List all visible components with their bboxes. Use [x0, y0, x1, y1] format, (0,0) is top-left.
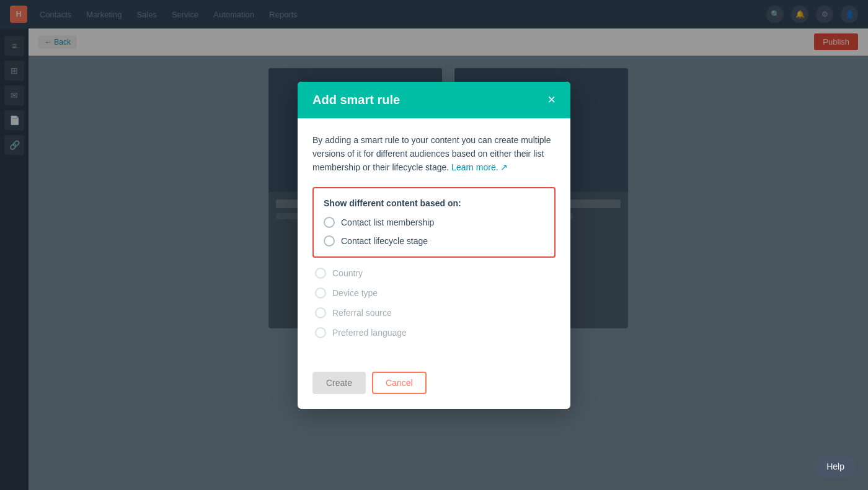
radio-circle-contact-list	[324, 217, 335, 228]
radio-circle-preferred-language	[315, 327, 326, 338]
cancel-button[interactable]: Cancel	[372, 372, 427, 394]
radio-lifecycle-stage[interactable]: Contact lifecycle stage	[324, 235, 544, 247]
modal-header: Add smart rule ×	[298, 81, 570, 118]
radio-contact-list[interactable]: Contact list membership	[324, 217, 544, 228]
selection-box: Show different content based on: Contact…	[312, 187, 556, 258]
radio-label-lifecycle-stage: Contact lifecycle stage	[341, 236, 428, 246]
radio-label-contact-list: Contact list membership	[341, 217, 434, 227]
modal-body: By adding a smart rule to your content y…	[298, 118, 570, 361]
description-text: By adding a smart rule to your content y…	[312, 134, 551, 172]
radio-circle-lifecycle-stage	[324, 235, 335, 247]
radio-circle-country	[315, 268, 326, 279]
radio-label-country: Country	[332, 268, 363, 278]
radio-label-referral-source: Referral source	[332, 308, 392, 318]
modal-title: Add smart rule	[312, 92, 400, 107]
modal-description: By adding a smart rule to your content y…	[312, 133, 556, 174]
radio-circle-device-type	[315, 287, 326, 299]
dimmed-options: Country Device type Referral source Pref…	[312, 268, 556, 338]
radio-referral-source[interactable]: Referral source	[315, 307, 553, 318]
modal-footer: Create Cancel	[298, 362, 570, 409]
radio-country[interactable]: Country	[315, 268, 553, 279]
radio-circle-referral-source	[315, 307, 326, 318]
radio-label-device-type: Device type	[332, 288, 378, 298]
selection-heading: Show different content based on:	[324, 198, 544, 208]
radio-label-preferred-language: Preferred language	[332, 328, 407, 338]
help-button[interactable]: Help	[815, 455, 856, 478]
add-smart-rule-modal: Add smart rule × By adding a smart rule …	[298, 81, 570, 408]
radio-preferred-language[interactable]: Preferred language	[315, 327, 553, 338]
learn-more-link[interactable]: Learn more. ↗	[451, 162, 508, 172]
create-button[interactable]: Create	[312, 372, 366, 394]
radio-device-type[interactable]: Device type	[315, 287, 553, 299]
modal-close-button[interactable]: ×	[547, 93, 556, 107]
